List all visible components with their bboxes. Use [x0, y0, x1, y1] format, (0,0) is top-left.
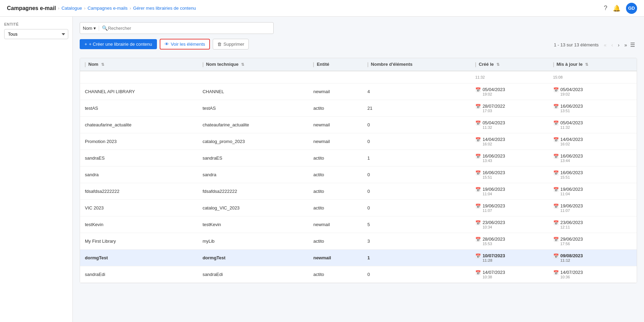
cell-maj: 📅 14/04/2023 16:02 [548, 133, 637, 150]
grid-view-icon[interactable]: ☰ [630, 42, 635, 48]
col-nombre-elements[interactable]: Nombre d'éléments [363, 58, 470, 71]
col-cree-le[interactable]: Créé le ⇅ [470, 58, 548, 71]
calendar-icon: 📅 [553, 104, 559, 109]
page-last-button[interactable]: » [623, 42, 629, 48]
libraries-table: Nom ⇅ Nom technique ⇅ Entité Nombre d'él… [80, 58, 637, 283]
cell-nombre: 1 [363, 249, 470, 266]
page-next-button[interactable]: › [616, 42, 621, 48]
cell-nom-technique: catalog_VIC_2023 [198, 199, 309, 216]
cell-maj: 📅 16/06/2023 13:44 [548, 150, 637, 166]
breadcrumb-campagnes[interactable]: Campagnes e-mails [88, 6, 128, 11]
cell-cree-le: 📅 16/06/2023 15:51 [470, 166, 548, 183]
cell-nom: sandraEdi [80, 266, 198, 283]
cell-cree-le: 📅 19/06/2023 11:04 [470, 183, 548, 199]
pagination-info: 1 - 13 sur 13 éléments [554, 42, 599, 47]
page-first-button[interactable]: « [602, 42, 608, 48]
calendar-icon: 📅 [553, 220, 559, 225]
col-mis-a-jour-le[interactable]: Mis à jour le ⇅ [548, 58, 637, 71]
cell-entite: actito [308, 233, 362, 249]
app-title: Campagnes e-mail [7, 5, 56, 11]
col-nom[interactable]: Nom ⇅ [80, 58, 198, 71]
cell-nom: chateaufarine_actualite [80, 116, 198, 133]
cell-nombre: 0 [363, 199, 470, 216]
cell-entite: actito [308, 199, 362, 216]
cell-nom: Promotion 2023 [80, 133, 198, 150]
cell-nombre: 1 [363, 150, 470, 166]
cell-entite: newmail [308, 133, 362, 150]
calendar-icon: 📅 [475, 204, 481, 209]
table-row[interactable]: sandraES sandraES actito 1 📅 16/06/2023 … [80, 150, 637, 166]
notification-button[interactable]: 🔔 [613, 5, 620, 12]
calendar-icon: 📅 [475, 187, 481, 192]
cell-nombre: 3 [363, 233, 470, 249]
cell-cree-le: 📅 23/06/2023 10:34 [470, 216, 548, 233]
table-row[interactable]: chateaufarine_actualite chateaufarine_ac… [80, 116, 637, 133]
cell-maj: 📅 19/06/2023 11:07 [548, 199, 637, 216]
breadcrumb-librairies[interactable]: Gérer mes librairies de contenu [133, 6, 196, 11]
table-row[interactable]: Promotion 2023 catalog_promo_2023 newmai… [80, 133, 637, 150]
cell-entite: newmail [308, 216, 362, 233]
calendar-icon: 📅 [553, 154, 559, 159]
page-prev-button[interactable]: ‹ [610, 42, 615, 48]
create-library-button[interactable]: + + Créer une librairie de contenu [80, 39, 157, 49]
entity-select[interactable]: Tous actito newmail [4, 29, 68, 39]
delete-button[interactable]: 🗑 Supprimer [213, 39, 249, 50]
table-row[interactable]: My First Library myLib actito 3 📅 28/06/… [80, 233, 637, 249]
calendar-icon: 📅 [553, 237, 559, 242]
cell-nombre: 5 [363, 216, 470, 233]
table-row[interactable]: CHANNEL API LIBRARY CHANNEL newmail 4 📅 … [80, 83, 637, 100]
sidebar: ENTITÉ Tous actito newmail [0, 17, 73, 322]
chevron-down-icon: ▾ [94, 26, 96, 31]
search-dropdown[interactable]: Nom ▾ [83, 26, 99, 31]
cell-nom-technique: dormgTest [198, 249, 309, 266]
main-content: Nom ▾ 🔍 + + Créer une librairie de conte… [73, 17, 644, 322]
cell-nom: dormgTest [80, 249, 198, 266]
header: Campagnes e-mail › Catalogue › Campagnes… [0, 0, 644, 17]
toolbar: + + Créer une librairie de contenu 👁 Voi… [80, 39, 249, 50]
table-row[interactable]: sandra sandra actito 0 📅 16/06/2023 15:5… [80, 166, 637, 183]
cell-nom: sandraES [80, 150, 198, 166]
table-row[interactable]: testKevin testKevin newmail 5 📅 23/06/20… [80, 216, 637, 233]
cell-cree-le: 📅 28/06/2023 15:53 [470, 233, 548, 249]
calendar-icon: 📅 [553, 187, 559, 192]
help-button[interactable]: ? [604, 5, 607, 12]
col-entite[interactable]: Entité [308, 58, 362, 71]
col-nom-technique[interactable]: Nom technique ⇅ [198, 58, 309, 71]
cell-nom-technique: sandra [198, 166, 309, 183]
avatar[interactable]: GD [626, 3, 637, 14]
table-row[interactable]: testAS testAS actito 21 📅 28/07/2022 17:… [80, 100, 637, 116]
table-row[interactable]: sandraEdi sandraEdi actito 0 📅 14/07/202… [80, 266, 637, 283]
table-wrapper: Nom ⇅ Nom technique ⇅ Entité Nombre d'él… [80, 58, 637, 283]
cell-cree-le: 📅 10/07/2023 11:28 [470, 249, 548, 266]
table-row[interactable]: fdsafdsa2222222 fdsafdsa2222222 actito 0… [80, 183, 637, 199]
table-row-partial: 11:32 15:08 [80, 71, 637, 83]
calendar-icon: 📅 [553, 204, 559, 209]
breadcrumb-sep-3: › [130, 6, 131, 11]
cell-nom-technique: catalog_promo_2023 [198, 133, 309, 150]
cell-nom-technique: chateaufarine_actualite [198, 116, 309, 133]
search-icon: 🔍 [102, 25, 108, 31]
header-right: ? 🔔 GD [604, 3, 637, 14]
table-row[interactable]: VIC 2023 catalog_VIC_2023 actito 0 📅 19/… [80, 199, 637, 216]
breadcrumb-catalogue[interactable]: Catalogue [61, 6, 82, 11]
calendar-icon: 📅 [553, 87, 559, 92]
calendar-icon: 📅 [475, 104, 481, 109]
layout: ENTITÉ Tous actito newmail Nom ▾ 🔍 + + C… [0, 17, 644, 322]
cell-nom: CHANNEL API LIBRARY [80, 83, 198, 100]
search-filter-label: Nom [83, 26, 92, 31]
view-elements-button[interactable]: 👁 Voir les éléments [160, 39, 210, 50]
cell-cree-le: 📅 16/06/2023 13:43 [470, 150, 548, 166]
cell-cree-le: 📅 14/07/2023 10:38 [470, 266, 548, 283]
entity-label: ENTITÉ [4, 22, 68, 26]
cell-nombre: 0 [363, 116, 470, 133]
calendar-icon: 📅 [475, 270, 481, 275]
cell-nom: My First Library [80, 233, 198, 249]
cell-nom-technique: myLib [198, 233, 309, 249]
cell-maj: 📅 19/06/2023 11:04 [548, 183, 637, 199]
table-row[interactable]: dormgTest dormgTest newmail 1 📅 10/07/20… [80, 249, 637, 266]
trash-icon: 🗑 [217, 42, 222, 47]
plus-icon: + [85, 42, 87, 47]
search-input[interactable] [108, 26, 212, 31]
calendar-icon: 📅 [553, 270, 559, 275]
cell-nombre: 0 [363, 183, 470, 199]
